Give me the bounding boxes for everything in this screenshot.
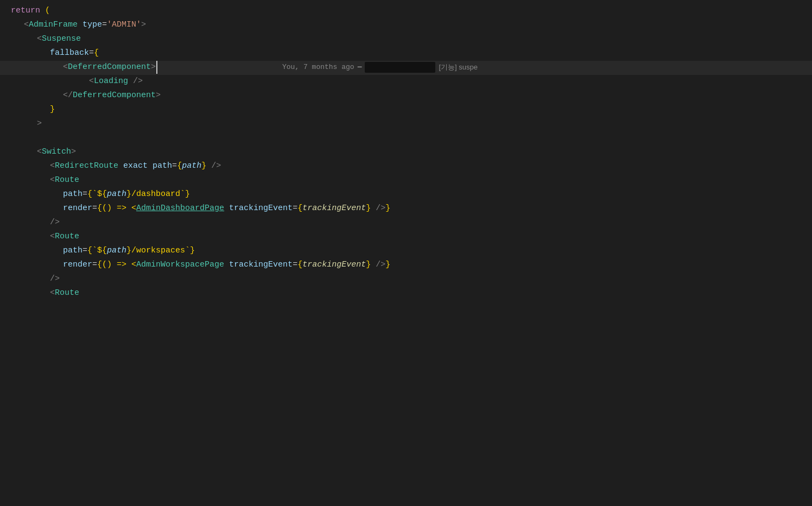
code-line-21: <Route: [0, 287, 812, 301]
admin-dashboard-page-ref: AdminDashboardPage: [136, 202, 224, 215]
git-blame-redacted: [365, 62, 435, 73]
git-blame-annotation: You, 7 months ago ─ [기능] suspe: [282, 62, 478, 73]
code-editor: return ( <AdminFrame type='ADMIN'> <Susp…: [0, 0, 812, 506]
code-line-3: <Suspense: [0, 33, 812, 47]
code-line-12: <RedirectRoute exact path={path} />: [0, 160, 812, 174]
code-line-6: <Loading />: [0, 75, 812, 89]
code-line-13: <Route: [0, 174, 812, 188]
code-line-20: />: [0, 273, 812, 287]
code-line-10: [0, 131, 812, 146]
code-line-2: <AdminFrame type='ADMIN'>: [0, 18, 812, 33]
code-line-18: path={`${path}/workspaces`}: [0, 244, 812, 258]
code-line-8: }: [0, 103, 812, 117]
code-line-7: </DeferredComponent>: [0, 89, 812, 103]
code-line-14: path={`${path}/dashboard`}: [0, 188, 812, 202]
keyword-return: return: [11, 4, 40, 17]
code-line-11: <Switch>: [0, 146, 812, 160]
code-line-17: <Route: [0, 230, 812, 244]
code-line-9: >: [0, 117, 812, 131]
git-blame-korean: [기능] suspe: [439, 62, 478, 73]
git-blame-text: You, 7 months ago: [282, 62, 354, 73]
code-line-4: fallback={: [0, 47, 812, 61]
code-line-19: render={() => <AdminWorkspacePage tracki…: [0, 258, 812, 273]
code-line-16: />: [0, 216, 812, 230]
code-line-5: <DeferredComponent>​ You, 7 months ago ─…: [0, 61, 812, 75]
code-line-15: render={() => <AdminDashboardPage tracki…: [0, 202, 812, 216]
code-line-1: return (: [0, 4, 812, 18]
